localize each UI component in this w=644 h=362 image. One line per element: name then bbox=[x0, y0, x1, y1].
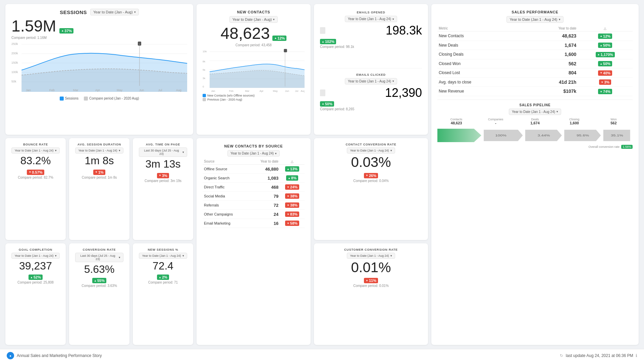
source-badge: 13% bbox=[280, 165, 305, 174]
sales-perf-table: Metric Year to date △ New Contacts 48,62… bbox=[437, 25, 633, 96]
sessions-card: SESSIONS Year to Date (Jan - Aug) 1.59M … bbox=[5, 4, 193, 135]
new-contacts-period[interactable]: Year to Date (Jan - Aug) bbox=[229, 16, 278, 23]
contacts-source-period[interactable]: Year to Date (Jan 1 - Aug 24) bbox=[227, 150, 280, 157]
svg-text:150k: 150k bbox=[11, 61, 18, 64]
perf-badge: 1,170% bbox=[578, 50, 633, 59]
source-row: Other Campaigns 24 83% bbox=[203, 210, 305, 219]
sessions-title: SESSIONS bbox=[60, 9, 87, 15]
pipeline-conversion-value: 1.56% bbox=[621, 145, 633, 149]
perf-badge: 50% bbox=[578, 41, 633, 50]
footer-left: ● Annual Sales and Marketing Performance… bbox=[7, 352, 102, 359]
svg-text:Aug: Aug bbox=[301, 89, 305, 93]
svg-text:Jan: Jan bbox=[211, 89, 215, 93]
source-badge: 38% bbox=[280, 192, 305, 201]
sales-performance-card: SALES PERFORMANCE Year to Date (Jan 1 - … bbox=[431, 4, 639, 345]
bounce-rate-card: BOUNCE RATE Year to Date (Jan 1 - Aug 24… bbox=[5, 138, 66, 240]
emails-opened-section: EMAILS OPENED Year to Date (Jan 1 - Aug … bbox=[320, 9, 422, 68]
contact-conv-title: CONTACT CONVERSION RATE bbox=[320, 143, 422, 146]
source-name: Email Marketing bbox=[203, 219, 249, 228]
perf-value: 48,623 bbox=[526, 32, 578, 41]
svg-text:May: May bbox=[273, 89, 277, 93]
svg-text:35.1%: 35.1% bbox=[611, 133, 623, 137]
pipeline-title: SALES PIPELINE bbox=[437, 103, 633, 107]
conv-rate-title: CONVERSION RATE bbox=[75, 248, 123, 251]
svg-text:Jan: Jan bbox=[26, 88, 31, 92]
perf-row: New Revenue $107k 74% bbox=[437, 87, 633, 96]
sessions-chart: 250k 200k 150k 100k 50k J bbox=[11, 42, 187, 95]
source-value: 16 bbox=[249, 219, 280, 228]
contacts-source-card: NEW CONTACTS BY SOURCE Year to Date (Jan… bbox=[197, 138, 311, 345]
perf-metric: New Revenue bbox=[437, 87, 526, 96]
emails-clicked-title: EMAILS CLICKED bbox=[356, 73, 386, 76]
avg-session-period[interactable]: Year to Date (Jan 1 - Aug 24) bbox=[75, 147, 123, 154]
svg-text:↓: ↓ bbox=[139, 43, 140, 45]
svg-text:10k: 10k bbox=[203, 50, 207, 53]
new-sess-compare: Compare period: 71 bbox=[139, 281, 187, 284]
perf-row: Closed Won 562 50% bbox=[437, 59, 633, 68]
svg-text:Jul: Jul bbox=[295, 89, 298, 93]
emails-clicked-section: EMAILS CLICKED Year to Date (Jan 1 - Aug… bbox=[320, 71, 422, 130]
sessions-compare: Compare period: 1.16M bbox=[11, 36, 187, 40]
emails-opened-period[interactable]: Year to Date (Jan 1 - Aug 24) bbox=[345, 16, 397, 22]
svg-text:50k: 50k bbox=[11, 80, 16, 83]
source-badge: 83% bbox=[280, 210, 305, 219]
email-clicked-icon bbox=[320, 89, 325, 96]
new-contacts-chart: 10k 8k 5k 3k 0 Jan Feb Mar bbox=[203, 49, 305, 93]
avg-time-compare: Compare period: 3m 19s bbox=[139, 179, 187, 183]
avg-session-value: 1m 8s bbox=[75, 154, 123, 167]
new-contacts-badge: 12% bbox=[272, 36, 286, 41]
sessions-period[interactable]: Year to Date (Jan - Aug) bbox=[90, 9, 139, 15]
pipeline-funnel-row: 100% 3.44% 95.6% 35.1% bbox=[437, 127, 633, 144]
svg-text:Jun: Jun bbox=[139, 88, 144, 92]
new-sess-period[interactable]: Year to Date (Jan 1 - Aug 24) bbox=[139, 253, 187, 259]
sales-perf-period[interactable]: Year to Date (Jan 1 - Aug 24) bbox=[506, 16, 563, 23]
perf-value: $107k bbox=[526, 87, 578, 96]
bounce-rate-value: 83.2% bbox=[11, 154, 60, 167]
avg-time-value: 3m 13s bbox=[139, 158, 187, 170]
sessions-legend: Sessions Compare period (Jan - 2020 Aug) bbox=[11, 97, 187, 101]
pipeline-col: Won 562 bbox=[595, 118, 633, 125]
metrics-grid: BOUNCE RATE Year to Date (Jan 1 - Aug 24… bbox=[5, 138, 193, 345]
avg-time-period[interactable]: Last 30 days (Jul 25 - Aug 23) bbox=[139, 147, 187, 157]
pipeline-conversion-label: Overall conversion rate bbox=[588, 145, 620, 148]
col-delta: △ bbox=[578, 25, 633, 32]
bounce-rate-period[interactable]: Year to Date (Jan 1 - Aug 24) bbox=[11, 147, 59, 154]
avg-session-compare: Compare period: 1m 8s bbox=[75, 176, 123, 179]
avg-session-card: AVG. SESSION DURATION Year to Date (Jan … bbox=[69, 138, 129, 240]
source-value: 72 bbox=[249, 201, 280, 210]
source-col-delta: △ bbox=[280, 159, 305, 165]
perf-row: Closing Deals 1,600 1,170% bbox=[437, 50, 633, 59]
goal-compare: Compare period: 25,808 bbox=[11, 281, 60, 284]
source-value: 24 bbox=[249, 210, 280, 219]
goal-period[interactable]: Year to Date (Jan 1 - Aug 24) bbox=[11, 253, 59, 259]
customer-conv-badge: 11% bbox=[364, 278, 378, 283]
new-contacts-title: NEW CONTACTS bbox=[237, 10, 270, 14]
pipeline-col: Deals 1,674 bbox=[516, 118, 554, 125]
svg-text:Mar: Mar bbox=[73, 88, 78, 92]
conversion-rate-card: CONVERSION RATE Last 30 days (Jul 25 - A… bbox=[69, 243, 129, 345]
footer-logo: ● bbox=[7, 352, 14, 359]
customer-conversion-card: CUSTOMER CONVERSION RATE Year to Date (J… bbox=[314, 243, 428, 345]
svg-text:250k: 250k bbox=[11, 42, 18, 46]
conv-rate-period[interactable]: Last 30 days (Jul 25 - Aug 23) bbox=[75, 253, 123, 262]
perf-value: 1,600 bbox=[526, 50, 578, 59]
svg-text:8k: 8k bbox=[203, 60, 205, 63]
svg-text:Apr: Apr bbox=[95, 88, 100, 92]
legend-sessions: Sessions bbox=[65, 97, 79, 100]
source-row: Email Marketing 16 58% bbox=[203, 219, 305, 228]
pipeline-period[interactable]: Year to Date (Jan 1 - Aug 24) bbox=[509, 109, 561, 115]
customer-conv-period[interactable]: Year to Date (Jan 1 - Aug 24) bbox=[347, 253, 395, 259]
svg-text:95.6%: 95.6% bbox=[577, 133, 589, 137]
contact-conv-period[interactable]: Year to Date (Jan 1 - Aug 24) bbox=[347, 147, 395, 154]
goal-completion-card: GOAL COMPLETION Year to Date (Jan 1 - Au… bbox=[5, 243, 66, 345]
avg-session-title: AVG. SESSION DURATION bbox=[75, 143, 123, 146]
avg-time-badge: 3% bbox=[157, 173, 169, 178]
perf-badge: 74% bbox=[578, 87, 633, 96]
source-value: 79 bbox=[249, 192, 280, 201]
perf-metric: New Deals bbox=[437, 41, 526, 50]
emails-clicked-period[interactable]: Year to Date (Jan 1 - Aug 24) bbox=[345, 78, 397, 84]
bounce-rate-compare: Compare period: 82.7% bbox=[11, 176, 60, 179]
avg-time-title: AVG. TIME ON PAGE bbox=[139, 143, 187, 146]
new-contacts-card: NEW CONTACTS Year to Date (Jan - Aug) 48… bbox=[197, 4, 311, 135]
perf-row: Avg. days to close 41d 21h 3% bbox=[437, 77, 633, 87]
